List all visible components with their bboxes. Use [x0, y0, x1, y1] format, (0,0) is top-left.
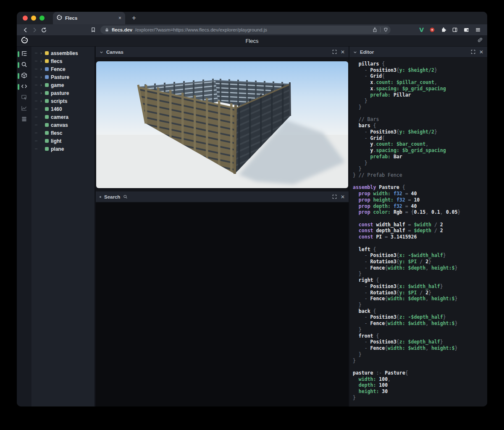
code-line[interactable]: // Bars [353, 116, 487, 123]
code-line[interactable] [353, 364, 487, 370]
canvas-panel-header[interactable]: Canvas ✕ [96, 47, 349, 58]
code-line[interactable]: prop width: f32 = 40 [353, 191, 487, 197]
code-line[interactable]: right { [353, 277, 487, 283]
code-line[interactable]: - Position3{z: -$depth_half} [353, 314, 487, 320]
flecs-logo-icon[interactable] [21, 37, 28, 45]
code-line[interactable]: } // Prefab Fence [353, 172, 487, 178]
code-line[interactable]: front { [353, 333, 487, 339]
tree-item-assemblies[interactable]: ›assemblies [32, 49, 94, 57]
close-window-button[interactable] [23, 16, 28, 21]
code-line[interactable]: - Fence{width: $depth, height:$} [353, 265, 487, 271]
code-line[interactable]: - Rotation3{y: $PI / 2} [353, 290, 487, 296]
code-line[interactable]: const PI = 3.1415926 [353, 234, 487, 240]
close-icon[interactable]: ✕ [341, 194, 345, 199]
rail-item-tables-icon[interactable] [17, 116, 32, 123]
code-line[interactable] [353, 215, 487, 222]
back-icon[interactable] [21, 26, 30, 34]
fullscreen-icon[interactable] [332, 48, 337, 56]
close-icon[interactable]: ✕ [479, 50, 483, 55]
bookmark-icon[interactable] [89, 26, 98, 34]
tree-item-canvas[interactable]: canvas [32, 121, 94, 129]
brave-shield-icon[interactable] [383, 27, 388, 33]
minimize-window-button[interactable] [31, 16, 36, 21]
code-line[interactable]: } [353, 271, 487, 277]
expand-chevron-icon[interactable]: › [39, 91, 43, 95]
code-line[interactable]: depth: 100 [353, 382, 487, 388]
chevron-down-icon[interactable] [100, 48, 103, 56]
code-line[interactable]: const depth_half = $depth / 2 [353, 228, 487, 234]
rail-item-search-icon[interactable] [17, 61, 32, 69]
code-line[interactable]: assembly Pasture { [353, 184, 487, 191]
code-line[interactable]: prop height: f32 = 10 [353, 197, 487, 203]
code-line[interactable] [353, 240, 487, 246]
code-line[interactable]: pasture :- Pasture{ [353, 370, 487, 376]
code-line[interactable]: - Fence{width: $width, height:$} [353, 320, 487, 327]
expand-chevron-icon[interactable]: › [39, 51, 43, 55]
code-line[interactable]: - Grid{ [353, 135, 487, 142]
tab-close-icon[interactable]: × [118, 16, 121, 21]
close-icon[interactable]: ✕ [341, 50, 345, 55]
tree-item-game[interactable]: ›game [32, 81, 94, 89]
code-line[interactable]: pillars { [353, 61, 487, 67]
expand-chevron-icon[interactable]: › [39, 75, 43, 79]
share-link-icon[interactable] [477, 37, 483, 45]
tree-item-scripts[interactable]: ›scripts [32, 97, 94, 105]
rail-item-chart-icon[interactable] [17, 105, 32, 113]
code-line[interactable]: } [353, 395, 487, 401]
expand-chevron-icon[interactable]: › [39, 83, 43, 87]
url-bar[interactable]: flecs.dev /explorer/?wasm=https://www.fl… [100, 26, 391, 34]
code-line[interactable]: bars { [353, 123, 487, 129]
code-line[interactable]: width: 100, [353, 376, 487, 383]
code-line[interactable]: } [353, 166, 487, 172]
browser-tab[interactable]: Flecs × [53, 12, 125, 24]
share-icon[interactable] [372, 27, 378, 33]
3d-viewport[interactable] [96, 61, 348, 188]
search-results-area[interactable] [96, 202, 349, 406]
menu-hamburger-icon[interactable] [475, 27, 481, 33]
code-line[interactable]: - Fence{width: $width, height:$} [353, 345, 487, 351]
code-line[interactable]: } [353, 327, 487, 333]
code-line[interactable]: prefab: Pillar [353, 92, 487, 98]
code-line[interactable]: - Position3{y: $height/2} [353, 129, 487, 135]
code-line[interactable]: } [353, 358, 487, 364]
extensions-puzzle-icon[interactable] [441, 27, 446, 33]
tree-item-Fence[interactable]: ›Fence [32, 65, 94, 73]
rail-item-code-icon[interactable] [17, 83, 32, 91]
rail-item-cube-icon[interactable] [17, 72, 32, 80]
code-line[interactable]: - Position3{z: $depth_half} [353, 339, 487, 345]
code-line[interactable] [353, 178, 487, 185]
chevron-down-icon[interactable] [353, 48, 357, 56]
code-line[interactable]: - Position3{y: $height/2} [353, 67, 487, 73]
expand-chevron-icon[interactable]: › [39, 67, 43, 71]
code-line[interactable]: } [353, 104, 487, 110]
code-line[interactable]: - Position3{x: $width_half} [353, 283, 487, 290]
code-line[interactable]: prefab: Bar [353, 154, 487, 160]
editor-panel-header[interactable]: Editor ✕ [349, 47, 487, 58]
forward-icon[interactable] [30, 26, 39, 34]
fullscreen-icon[interactable] [332, 193, 337, 201]
tree-item-flecs[interactable]: ›flecs [32, 57, 94, 65]
code-line[interactable]: y.count: $bar_count, [353, 141, 487, 147]
code-line[interactable]: - Position3{x: -$width_half} [353, 252, 487, 259]
code-line[interactable]: } [353, 160, 487, 166]
code-line[interactable]: } [353, 302, 487, 308]
expand-chevron-icon[interactable]: › [39, 59, 43, 63]
code-line[interactable]: x.count: $pillar_count, [353, 79, 487, 86]
tree-item-plane[interactable]: plane [32, 145, 94, 153]
code-line[interactable]: height: 30 [353, 388, 487, 395]
code-line[interactable]: - Rotation3{y: $PI / 2} [353, 259, 487, 265]
code-line[interactable]: back { [353, 308, 487, 315]
editor-code[interactable]: pillars { - Position3{y: $height/2} - Gr… [349, 58, 487, 406]
code-line[interactable]: left { [353, 246, 487, 253]
code-line[interactable] [353, 110, 487, 117]
code-line[interactable]: } [353, 351, 487, 358]
tree-item-camera[interactable]: camera [32, 113, 94, 121]
code-line[interactable]: - Fence{width: $depth, height:$} [353, 296, 487, 302]
reload-icon[interactable] [39, 26, 48, 34]
code-line[interactable]: const width_half = $width / 2 [353, 222, 487, 228]
rail-item-tree-view-icon[interactable] [17, 50, 32, 58]
expand-chevron-icon[interactable]: › [39, 99, 43, 103]
code-line[interactable]: y.spacing: $b_grid_spacing [353, 147, 487, 154]
code-line[interactable]: } [353, 98, 487, 104]
rail-item-inspector-icon[interactable] [17, 94, 32, 102]
